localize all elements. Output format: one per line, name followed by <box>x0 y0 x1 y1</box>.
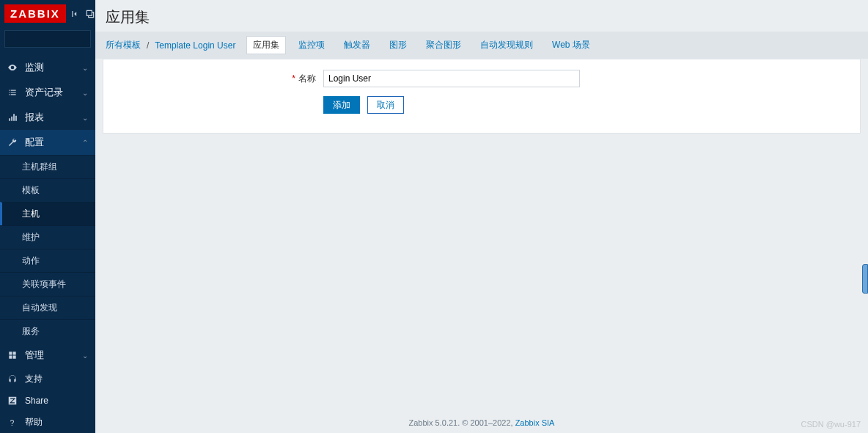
grid-icon <box>7 350 18 360</box>
nav-item-share[interactable]: Share <box>0 390 95 411</box>
nav-item-monitoring[interactable]: 监测 ⌄ <box>0 55 95 80</box>
footer-text: Zabbix 5.0.21. © 2001–2022, <box>409 418 515 427</box>
footer: Zabbix 5.0.21. © 2001–2022, Zabbix SIA <box>95 412 868 433</box>
tab-discovery-rules[interactable]: 自动发现规则 <box>474 36 540 54</box>
chevron-down-icon: ⌄ <box>82 114 88 122</box>
collapse-icon[interactable] <box>70 9 81 19</box>
nav-item-reports[interactable]: 报表 ⌄ <box>0 105 95 130</box>
nav-label: 报表 <box>25 111 44 124</box>
sidebar-header: ZABBIX <box>0 0 95 27</box>
breadcrumb-separator: / <box>147 40 149 51</box>
sub-item-correlation[interactable]: 关联项事件 <box>0 272 95 296</box>
cancel-button[interactable]: 取消 <box>367 96 404 114</box>
chevron-down-icon: ⌄ <box>82 89 88 97</box>
sub-item-templates[interactable]: 模板 <box>0 178 95 202</box>
chevron-up-icon: ⌃ <box>82 139 88 147</box>
nav-item-help[interactable]: ? 帮助 <box>0 411 95 433</box>
form-row-buttons: 添加 取消 <box>103 96 860 114</box>
tabs-row: 所有模板 / Template Login User 应用集 监控项 触发器 图… <box>95 32 868 59</box>
breadcrumb-all-templates[interactable]: 所有模板 <box>106 39 141 51</box>
nav-label: 支持 <box>25 373 43 385</box>
form-buttons: 添加 取消 <box>323 96 404 114</box>
sub-item-services[interactable]: 服务 <box>0 319 95 343</box>
tab-triggers[interactable]: 触发器 <box>337 36 377 54</box>
sub-item-maintenance[interactable]: 维护 <box>0 225 95 249</box>
main: 应用集 所有模板 / Template Login User 应用集 监控项 触… <box>95 0 868 433</box>
tab-screens[interactable]: 聚合图形 <box>419 36 468 54</box>
nav-label: 资产记录 <box>25 86 63 99</box>
required-asterisk: * <box>292 73 295 84</box>
tab-applications[interactable]: 应用集 <box>246 36 286 54</box>
breadcrumb-template[interactable]: Template Login User <box>155 40 235 51</box>
nav-main: 监测 ⌄ 资产记录 ⌄ 报表 ⌄ <box>0 55 95 368</box>
search-wrap <box>0 27 95 55</box>
tab-graphs[interactable]: 图形 <box>383 36 413 54</box>
bar-chart-icon <box>7 112 18 123</box>
footer-link[interactable]: Zabbix SIA <box>515 418 555 427</box>
nav-sub-configuration: 主机群组 模板 主机 维护 动作 关联项事件 自动发现 服务 <box>0 155 95 343</box>
chevron-down-icon: ⌄ <box>82 352 88 360</box>
chevron-down-icon: ⌄ <box>82 64 88 72</box>
nav-item-configuration[interactable]: 配置 ⌃ <box>0 130 95 155</box>
eye-icon <box>7 62 18 73</box>
form-row-name: *名称 <box>103 70 860 87</box>
nav-label: 监测 <box>25 61 44 74</box>
page-title: 应用集 <box>106 7 858 27</box>
sidebar: ZABBIX <box>0 0 95 433</box>
add-button[interactable]: 添加 <box>323 96 360 114</box>
nav-bottom: 支持 Share ? 帮助 User settings <box>0 368 95 433</box>
nav-label: 管理 <box>25 349 44 362</box>
expand-icon[interactable] <box>85 9 95 19</box>
sub-item-actions[interactable]: 动作 <box>0 249 95 272</box>
sub-item-discovery[interactable]: 自动发现 <box>0 296 95 319</box>
headset-icon <box>7 374 18 385</box>
z-icon <box>7 396 18 406</box>
name-label-text: 名称 <box>298 73 316 84</box>
svg-text:?: ? <box>10 418 15 426</box>
nav-item-support[interactable]: 支持 <box>0 368 95 390</box>
title-bar: 应用集 <box>95 0 868 32</box>
sub-item-hostgroups[interactable]: 主机群组 <box>0 155 95 178</box>
side-handle[interactable] <box>862 264 868 294</box>
form-card: *名称 添加 取消 <box>103 59 861 134</box>
sub-item-hosts[interactable]: 主机 <box>0 202 95 225</box>
name-label: *名称 <box>103 73 323 85</box>
list-icon <box>7 87 18 98</box>
nav-label: Share <box>25 396 48 406</box>
name-input[interactable] <box>323 70 580 87</box>
nav-item-administration[interactable]: 管理 ⌄ <box>0 343 95 368</box>
watermark: CSDN @wu-917 <box>801 420 861 429</box>
search-box <box>4 30 91 48</box>
logo[interactable]: ZABBIX <box>4 4 66 23</box>
wrench-icon <box>7 137 18 148</box>
nav-label: 配置 <box>25 136 44 149</box>
tab-web-scenarios[interactable]: Web 场景 <box>545 36 597 54</box>
tab-items[interactable]: 监控项 <box>292 36 331 54</box>
nav-item-inventory[interactable]: 资产记录 ⌄ <box>0 80 95 105</box>
nav-label: 帮助 <box>25 416 43 429</box>
question-icon: ? <box>7 418 18 428</box>
